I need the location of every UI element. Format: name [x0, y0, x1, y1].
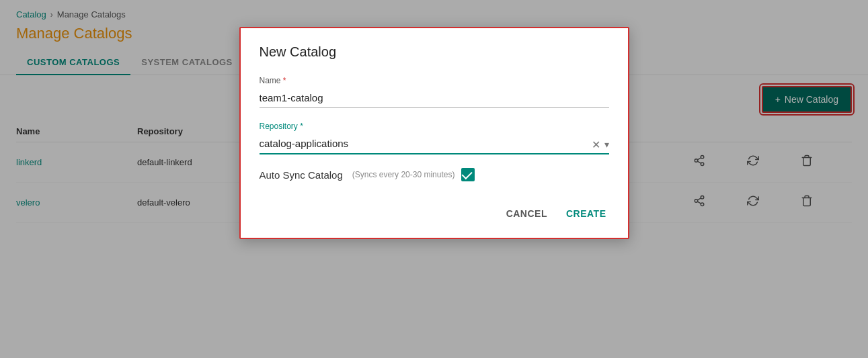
- auto-sync-checkbox[interactable]: [461, 168, 475, 181]
- repo-label: Repository *: [260, 122, 609, 131]
- name-label: Name *: [260, 76, 609, 85]
- new-catalog-dialog: New Catalog Name * Repository * ✕: [239, 27, 629, 239]
- repo-select-wrapper: ✕ ▾: [260, 134, 609, 154]
- auto-sync-row: Auto Sync Catalog (Syncs every 20-30 min…: [260, 168, 609, 181]
- auto-sync-label: Auto Sync Catalog: [260, 169, 343, 181]
- repo-input[interactable]: [260, 134, 609, 154]
- name-field: Name *: [260, 76, 609, 108]
- select-icons: ✕ ▾: [592, 138, 609, 150]
- auto-sync-note: (Syncs every 20-30 minutes): [352, 170, 455, 179]
- name-input[interactable]: [260, 88, 609, 108]
- dialog-footer: CANCEL CREATE: [260, 197, 609, 224]
- dropdown-arrow-icon[interactable]: ▾: [604, 139, 609, 150]
- cancel-button[interactable]: CANCEL: [504, 203, 550, 224]
- dialog-title: New Catalog: [260, 44, 609, 60]
- name-required-marker: *: [283, 76, 286, 85]
- repo-required-marker: *: [300, 122, 303, 131]
- repository-field: Repository * ✕ ▾: [260, 122, 609, 154]
- create-button[interactable]: CREATE: [563, 203, 609, 224]
- dialog-overlay: New Catalog Name * Repository * ✕: [0, 0, 868, 358]
- repo-clear-button[interactable]: ✕: [592, 138, 600, 150]
